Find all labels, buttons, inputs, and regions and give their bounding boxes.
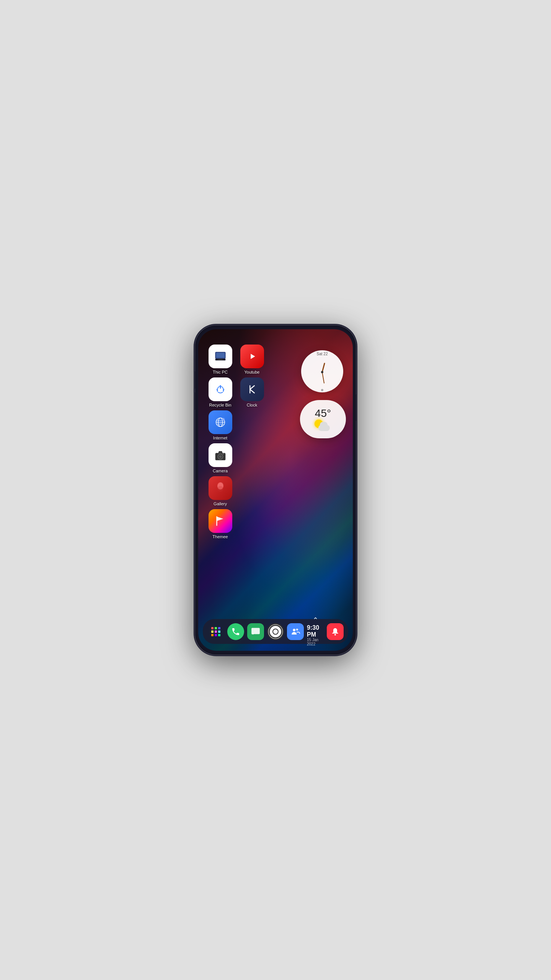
grid-dot-4 xyxy=(211,630,214,633)
svg-rect-1 xyxy=(216,353,225,358)
app-item-youtube[interactable]: Youtube xyxy=(238,345,266,374)
clock-face xyxy=(307,357,337,387)
dock-date: 15 Jan 2022 xyxy=(307,638,324,646)
widget-clock-date: Sat 22 xyxy=(317,352,328,356)
notification-icon xyxy=(331,627,340,636)
chevron-up-icon: ⌃ xyxy=(313,617,318,624)
themee-icon[interactable] xyxy=(209,509,232,533)
app-row-4: Camera xyxy=(206,443,266,473)
app-drawer-grid xyxy=(211,627,220,636)
thicpc-icon[interactable] xyxy=(209,345,232,368)
camera-svg xyxy=(213,448,228,462)
phone-device: Thic PC Youtube xyxy=(195,325,356,655)
svg-point-17 xyxy=(222,453,224,454)
themee-svg xyxy=(213,514,228,528)
grid-dot-2 xyxy=(215,627,217,629)
dock: ⌃ 9:30 PM 15 Jan 2022 xyxy=(203,619,348,644)
app-item-gallery[interactable]: Gallery xyxy=(206,476,235,506)
recyclebin-icon[interactable] xyxy=(209,377,232,401)
svg-point-24 xyxy=(334,634,336,635)
app-row-5: Gallery xyxy=(206,476,266,506)
thicpc-label: Thic PC xyxy=(213,370,228,374)
camera-icon[interactable] xyxy=(209,443,232,467)
clock-svg xyxy=(245,382,259,397)
app-row-2: Recycle Bin Clock xyxy=(206,377,266,407)
grid-dot-9 xyxy=(218,634,220,636)
app-row-6: Themee xyxy=(206,509,266,539)
svg-rect-21 xyxy=(251,628,260,634)
app-row-1: Thic PC Youtube xyxy=(206,345,266,374)
svg-marker-4 xyxy=(251,354,255,359)
phone-icon xyxy=(231,627,240,636)
grid-dot-3 xyxy=(218,627,220,629)
clock-icon[interactable] xyxy=(240,377,264,401)
dock-teams-button[interactable] xyxy=(287,623,304,640)
clock-center-dot xyxy=(321,371,323,373)
clock-minute-hand xyxy=(322,372,324,383)
svg-point-20 xyxy=(217,486,223,492)
app-item-internet[interactable]: Internet xyxy=(206,410,235,440)
svg-rect-3 xyxy=(218,359,222,360)
svg-line-6 xyxy=(250,386,254,390)
app-item-thicpc[interactable]: Thic PC xyxy=(206,345,235,374)
app-row-3: Internet xyxy=(206,410,266,440)
recyclebin-label: Recycle Bin xyxy=(209,403,231,407)
youtube-svg xyxy=(245,349,259,364)
svg-point-23 xyxy=(296,628,298,630)
weather-icon-area xyxy=(315,420,332,431)
recyclebin-svg xyxy=(213,382,228,397)
dock-chevron-button[interactable]: ⌃ 9:30 PM 15 Jan 2022 xyxy=(307,623,324,640)
dock-app-drawer[interactable] xyxy=(207,623,224,640)
weather-temperature: 45° xyxy=(315,407,331,420)
internet-icon[interactable] xyxy=(209,410,232,434)
grid-dot-1 xyxy=(211,627,214,629)
dock-camera-button[interactable] xyxy=(267,623,284,640)
grid-dot-7 xyxy=(211,634,214,636)
youtube-icon[interactable] xyxy=(240,345,264,368)
dock-phone-button[interactable] xyxy=(227,623,244,640)
app-item-themee[interactable]: Themee xyxy=(206,509,235,539)
power-button[interactable] xyxy=(356,394,357,421)
clock-widget[interactable]: Sat 22 xyxy=(301,350,343,392)
app-item-camera[interactable]: Camera xyxy=(206,443,235,473)
themee-label: Themee xyxy=(212,534,228,539)
dock-time-area: 9:30 PM 15 Jan 2022 xyxy=(307,624,324,646)
svg-line-7 xyxy=(250,389,254,393)
camera-label: Camera xyxy=(213,469,228,473)
dock-time: 9:30 PM xyxy=(307,624,324,638)
clock-label: Clock xyxy=(247,403,258,407)
weather-widget[interactable]: 45° xyxy=(300,400,346,438)
grid-dot-8 xyxy=(215,634,217,636)
widget-clock-indicator xyxy=(321,389,323,391)
teams-icon xyxy=(290,627,300,637)
volume-down-button[interactable] xyxy=(194,392,195,410)
volume-up-button[interactable] xyxy=(194,371,195,389)
weather-cloud-top xyxy=(320,422,328,428)
thicpc-svg xyxy=(213,349,228,364)
phone-screen: Thic PC Youtube xyxy=(198,329,353,651)
svg-point-22 xyxy=(293,629,296,631)
dock-notification-button[interactable] xyxy=(327,623,344,640)
internet-label: Internet xyxy=(213,436,227,440)
internet-svg xyxy=(213,415,228,430)
gallery-svg xyxy=(213,481,228,495)
gallery-icon[interactable] xyxy=(209,476,232,500)
grid-dot-6 xyxy=(218,630,220,633)
app-grid: Thic PC Youtube xyxy=(206,345,266,539)
app-item-recyclebin[interactable]: Recycle Bin xyxy=(206,377,235,407)
youtube-label: Youtube xyxy=(245,370,260,374)
grid-dot-5 xyxy=(215,630,217,633)
dock-messages-button[interactable] xyxy=(247,623,264,640)
svg-point-16 xyxy=(219,455,222,458)
svg-point-13 xyxy=(222,418,225,421)
app-item-clock[interactable]: Clock xyxy=(238,377,266,407)
messages-icon xyxy=(251,627,261,637)
gallery-label: Gallery xyxy=(214,501,227,506)
